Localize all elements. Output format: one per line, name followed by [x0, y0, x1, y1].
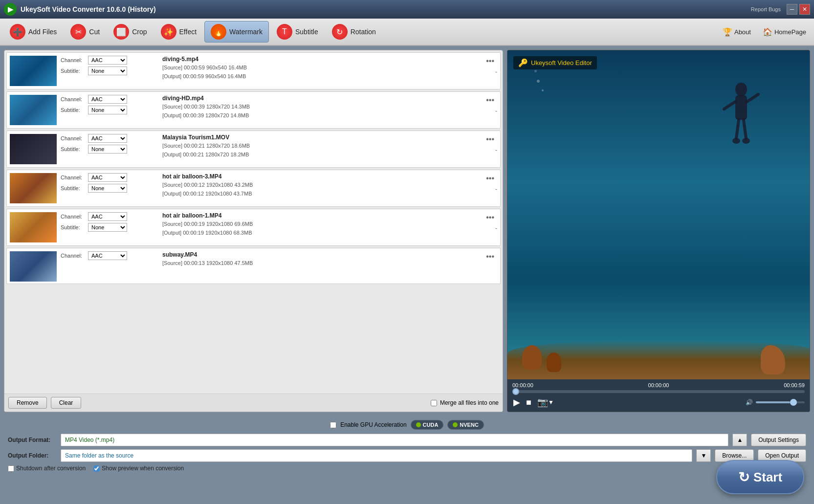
subtitle-select[interactable]: None: [88, 106, 127, 114]
stop-button[interactable]: ■: [525, 396, 532, 409]
file-item[interactable]: Channel: AAC Subtitle: None diving-HD.mp…: [6, 91, 501, 129]
start-label: Start: [753, 470, 782, 485]
time-bar: 00:00:00 00:00:00 00:00:59: [512, 382, 805, 388]
controls-row: ▶ ■ 📷 ▼ 🔊: [512, 396, 805, 409]
output-folder-input[interactable]: [61, 449, 692, 462]
svg-point-7: [742, 138, 750, 144]
add-files-icon: ➕: [10, 24, 25, 40]
file-menu-button[interactable]: •••: [483, 251, 497, 262]
preview-panel: 🔑 Ukeysoft Video Editor 00:00:00 00:00:0…: [507, 50, 810, 412]
file-actions: ••• -: [483, 212, 497, 232]
file-controls: Channel: AAC Subtitle: None: [61, 212, 158, 232]
file-status: -: [495, 147, 497, 153]
crop-button[interactable]: ⬜ Crop: [108, 21, 153, 43]
shutdown-option[interactable]: Shutdown after conversion: [8, 465, 86, 472]
start-button[interactable]: ↻ Start: [716, 460, 804, 494]
file-item[interactable]: Channel: AAC Subtitle: None Malaysia Tou…: [6, 131, 501, 168]
file-controls: Channel: AAC Subtitle: None: [61, 95, 158, 114]
preview-checkbox[interactable]: [93, 465, 100, 472]
file-menu-button[interactable]: •••: [483, 173, 497, 184]
subtitle-select[interactable]: None: [88, 145, 127, 153]
svg-line-4: [736, 120, 739, 138]
about-button[interactable]: 🏆 About: [719, 25, 755, 39]
effect-button[interactable]: ✨ Effect: [155, 21, 203, 43]
screenshot-button[interactable]: 📷 ▼: [536, 396, 555, 409]
file-thumbnail: [10, 95, 57, 125]
file-item[interactable]: Channel: AAC Subtitle: None hot air ball…: [6, 170, 501, 207]
close-button[interactable]: ✕: [799, 4, 810, 15]
svg-point-6: [732, 138, 740, 144]
file-list-scroll[interactable]: Channel: AAC Subtitle: None diving-5.mp4…: [4, 50, 503, 394]
channel-select[interactable]: AAC: [88, 173, 127, 182]
channel-select[interactable]: AAC: [88, 134, 127, 143]
volume-row: 🔊: [746, 399, 805, 406]
subtitle-select[interactable]: None: [88, 223, 127, 232]
volume-thumb: [790, 399, 797, 406]
progress-track[interactable]: [512, 390, 805, 393]
merge-checkbox[interactable]: [431, 400, 437, 406]
channel-label: Channel:: [61, 135, 85, 141]
app-title: UkeySoft Video Converter 10.6.0 (History…: [21, 5, 156, 13]
shutdown-label: Shutdown after conversion: [16, 465, 86, 472]
file-info: Malaysia Tourism1.MOV [Source] 00:00:21 …: [162, 134, 479, 159]
output-folder-dropdown-button[interactable]: ▼: [696, 449, 711, 462]
file-menu-button[interactable]: •••: [483, 95, 497, 106]
file-item[interactable]: Channel: AAC Subtitle: None hot air ball…: [6, 209, 501, 246]
file-actions: ••• -: [483, 134, 497, 153]
output-format-label: Output Format:: [8, 437, 57, 443]
cut-button[interactable]: ✂ Cut: [65, 21, 106, 43]
file-name: hot air balloon-3.MP4: [162, 173, 479, 180]
channel-select[interactable]: AAC: [88, 56, 127, 65]
output-format-dropdown-button[interactable]: ▲: [732, 434, 747, 446]
cuda-badge: CUDA: [411, 420, 444, 430]
time-end: 00:00:59: [784, 382, 805, 388]
gpu-acceleration-checkbox[interactable]: [330, 422, 336, 428]
effect-label: Effect: [179, 28, 197, 36]
merge-label: Merge all files into one: [440, 399, 499, 406]
file-item[interactable]: Channel: AAC subway.MP4 [Source] 00:00:1…: [6, 248, 501, 284]
report-bugs-label: Report Bugs: [751, 6, 781, 12]
file-item[interactable]: Channel: AAC Subtitle: None diving-5.mp4…: [6, 52, 501, 89]
channel-select[interactable]: AAC: [88, 251, 127, 260]
gpu-acceleration-label: Enable GPU Acceleration: [340, 421, 406, 428]
channel-select[interactable]: AAC: [88, 95, 127, 104]
channel-select[interactable]: AAC: [88, 212, 127, 221]
file-menu-button[interactable]: •••: [483, 134, 497, 145]
clear-button[interactable]: Clear: [51, 397, 82, 409]
rotation-button[interactable]: ↻ Rotation: [326, 21, 382, 43]
file-menu-button[interactable]: •••: [483, 56, 497, 66]
title-bar: ▶ UkeySoft Video Converter 10.6.0 (Histo…: [0, 0, 814, 19]
file-meta: [Source] 00:00:21 1280x720 18.6MB [Outpu…: [162, 142, 479, 159]
watermark-button[interactable]: 🔥 Watermark: [204, 21, 269, 43]
screenshot-dropdown-icon: ▼: [548, 399, 554, 406]
add-files-button[interactable]: ➕ Add Files: [4, 21, 63, 43]
homepage-icon: 🏠: [763, 27, 772, 37]
file-thumbnail: [10, 173, 57, 203]
subtitle-label: Subtitle:: [61, 224, 85, 230]
app-icon: ▶: [4, 3, 17, 16]
time-start: 00:00:00: [512, 382, 533, 388]
remove-button[interactable]: Remove: [8, 397, 47, 409]
output-settings-button[interactable]: Output Settings: [751, 434, 806, 446]
file-menu-button[interactable]: •••: [483, 212, 497, 223]
file-meta: [Source] 00:00:59 960x540 16.4MB [Output…: [162, 64, 479, 81]
cut-icon: ✂: [70, 24, 86, 40]
svg-line-5: [744, 120, 746, 138]
play-button[interactable]: ▶: [512, 396, 521, 409]
preview-label: Show preview when conversion: [102, 465, 184, 472]
preview-option[interactable]: Show preview when conversion: [93, 465, 184, 472]
subtitle-button[interactable]: T Subtitle: [271, 21, 324, 43]
subtitle-select[interactable]: None: [88, 184, 127, 193]
subtitle-select[interactable]: None: [88, 66, 127, 75]
homepage-button[interactable]: 🏠 HomePage: [759, 25, 810, 39]
file-controls: Channel: AAC Subtitle: None: [61, 134, 158, 153]
shutdown-checkbox[interactable]: [8, 465, 14, 472]
minimize-button[interactable]: ─: [787, 4, 797, 15]
toolbar: ➕ Add Files ✂ Cut ⬜ Crop ✨ Effect 🔥 Wate…: [0, 19, 814, 46]
output-format-input[interactable]: [61, 434, 728, 446]
watermark-icon: 🔥: [211, 24, 226, 40]
channel-label: Channel:: [61, 175, 85, 180]
rotation-icon: ↻: [332, 24, 348, 40]
add-files-label: Add Files: [28, 28, 57, 36]
volume-track[interactable]: [756, 401, 805, 403]
